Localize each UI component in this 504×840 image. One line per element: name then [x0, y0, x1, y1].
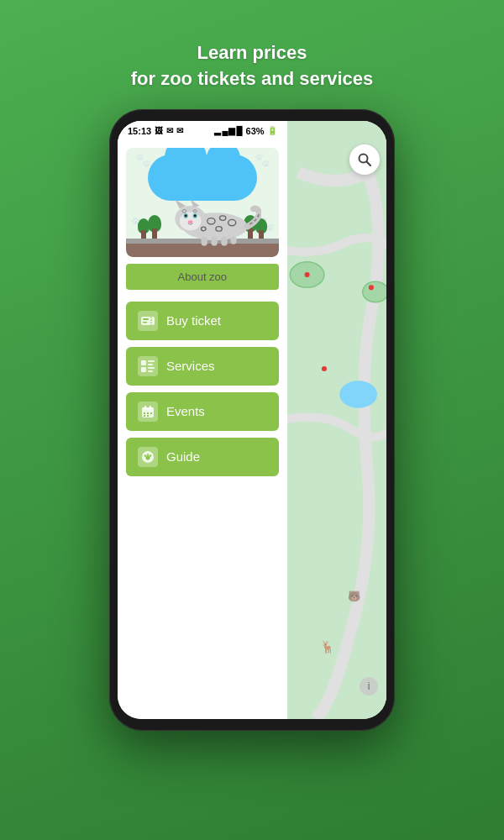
signal-icon: ▂▄▆█	[214, 126, 243, 135]
svg-point-6	[184, 214, 186, 217]
svg-rect-19	[221, 236, 227, 245]
svg-point-9	[188, 220, 193, 223]
svg-rect-35	[144, 412, 145, 414]
headline: Learn prices for zoo tickets and service…	[131, 40, 374, 92]
svg-point-44	[150, 454, 151, 456]
svg-point-48	[362, 281, 386, 302]
svg-rect-26	[148, 360, 155, 362]
menu-list: Buy ticket Services	[118, 297, 287, 481]
svg-rect-29	[148, 367, 155, 369]
svg-rect-28	[141, 367, 146, 372]
headline-line2: for zoo tickets and services	[131, 68, 374, 89]
status-left: 15:13 🖼 ✉ ✉	[128, 126, 183, 136]
status-right: ▂▄▆█ 63% 🔋	[214, 126, 276, 136]
svg-rect-21	[141, 317, 155, 325]
image-status-icon: 🖼	[155, 126, 163, 135]
svg-rect-27	[148, 364, 153, 365]
events-button[interactable]: Events	[126, 392, 279, 431]
search-icon	[357, 152, 372, 167]
battery-text: 63%	[246, 126, 265, 136]
svg-rect-37	[150, 412, 152, 414]
about-zoo-button[interactable]: About zoo	[126, 264, 279, 290]
buy-ticket-label: Buy ticket	[166, 313, 221, 328]
svg-rect-23	[143, 322, 147, 323]
info-button[interactable]: i	[360, 677, 378, 696]
status-bar: 15:13 🖼 ✉ ✉ ▂▄▆█ 63% 🔋	[118, 121, 287, 141]
svg-line-55	[366, 161, 370, 165]
svg-rect-17	[201, 236, 207, 245]
svg-point-51	[368, 285, 373, 290]
svg-point-41	[146, 455, 150, 459]
guide-button[interactable]: Guide	[126, 438, 279, 476]
buy-ticket-button[interactable]: Buy ticket	[126, 302, 279, 340]
svg-point-49	[304, 272, 309, 277]
status-time: 15:13	[128, 126, 151, 136]
svg-point-8	[193, 214, 196, 217]
mail2-status-icon: ✉	[176, 126, 183, 135]
svg-point-42	[144, 454, 146, 456]
info-label: i	[368, 680, 370, 692]
app-panel: 15:13 🖼 ✉ ✉ ▂▄▆█ 63% 🔋 🐾 🐾	[118, 121, 287, 719]
svg-rect-22	[143, 318, 149, 320]
events-icon	[138, 402, 158, 422]
svg-point-50	[321, 366, 326, 371]
ticket-icon	[138, 311, 158, 331]
svg-rect-32	[142, 407, 154, 411]
zoo-illustration: 🐾 🐾 🐾 🐾 🐾	[126, 148, 279, 257]
tree-left2	[148, 215, 161, 239]
services-icon	[138, 356, 158, 376]
svg-text:🐻: 🐻	[348, 589, 361, 602]
svg-rect-34	[150, 406, 151, 409]
phone-screen: 15:13 🖼 ✉ ✉ ▂▄▆█ 63% 🔋 🐾 🐾	[118, 121, 386, 719]
paw-decor: 🐾	[254, 152, 270, 168]
services-label: Services	[166, 359, 215, 373]
svg-point-46	[339, 381, 377, 408]
battery-icon: 🔋	[267, 126, 277, 135]
svg-rect-38	[144, 415, 145, 417]
svg-rect-33	[144, 406, 146, 409]
svg-rect-25	[141, 360, 146, 365]
headline-line1: Learn prices	[197, 42, 307, 63]
svg-text:🦌: 🦌	[319, 638, 334, 654]
svg-rect-30	[148, 370, 153, 372]
zoo-header: 🐾 🐾 🐾 🐾 🐾	[118, 141, 287, 257]
map-panel: 🦌 🐻 i	[287, 121, 386, 719]
svg-rect-39	[147, 415, 149, 417]
svg-rect-20	[230, 236, 236, 244]
paw-decor: 🐾	[134, 152, 151, 168]
guide-label: Guide	[166, 449, 200, 464]
services-button[interactable]: Services	[126, 347, 279, 386]
sky-bg: 🐾 🐾 🐾 🐾 🐾	[126, 148, 279, 257]
svg-rect-18	[211, 236, 217, 245]
search-button[interactable]	[349, 144, 380, 175]
svg-rect-36	[147, 412, 149, 414]
map-background: 🦌 🐻	[287, 121, 386, 719]
mail-status-icon: ✉	[166, 126, 173, 135]
guide-icon	[138, 447, 158, 467]
phone-shell: 15:13 🖼 ✉ ✉ ▂▄▆█ 63% 🔋 🐾 🐾	[109, 109, 395, 731]
events-label: Events	[166, 404, 205, 418]
svg-point-43	[147, 454, 149, 455]
snow-leopard-illustration	[169, 192, 253, 242]
